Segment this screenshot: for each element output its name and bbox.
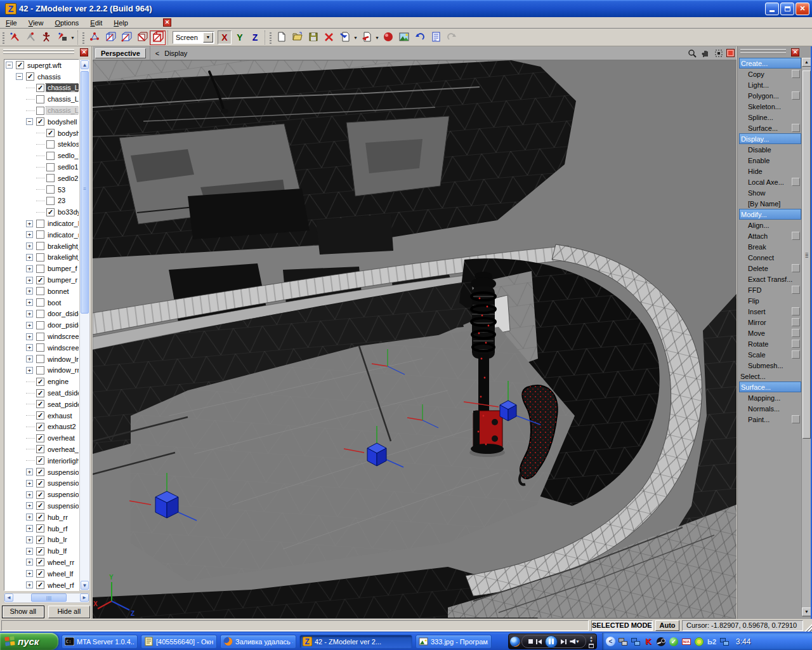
- tree-item-label[interactable]: sedlo2: [56, 175, 79, 182]
- tree-item-label[interactable]: bumper_r: [46, 276, 79, 284]
- tree-item-label[interactable]: hub_lf: [46, 547, 68, 555]
- command-scale[interactable]: Scale: [739, 349, 801, 360]
- view-mode-button[interactable]: Perspective: [95, 48, 146, 58]
- expand-icon[interactable]: +: [26, 491, 33, 498]
- expand-icon[interactable]: +: [26, 265, 33, 272]
- tree-item-supergt.wft[interactable]: −✓supergt.wft: [4, 60, 79, 71]
- visibility-checkbox[interactable]: ✓: [36, 479, 44, 488]
- hide-all-button[interactable]: Hide all: [48, 606, 91, 618]
- axis-z-button[interactable]: Z: [248, 30, 262, 44]
- command-options-box[interactable]: [792, 318, 800, 326]
- tree-item-label[interactable]: sedlo_r: [56, 152, 79, 159]
- menubar-close-icon[interactable]: ✕: [163, 18, 171, 27]
- tree-item-label[interactable]: bodysh: [56, 129, 79, 137]
- tree-item-label[interactable]: windscreen: [46, 333, 79, 340]
- tree-item-windscreen[interactable]: +windscreen: [4, 342, 79, 354]
- collapse-icon[interactable]: −: [16, 73, 23, 80]
- expand-icon[interactable]: +: [26, 570, 33, 577]
- taskbar-task-inactive[interactable]: [405556640] - Окн...: [141, 635, 217, 649]
- tree-item-label[interactable]: suspension: [46, 502, 79, 510]
- visibility-checkbox[interactable]: ✓: [36, 501, 44, 510]
- visibility-checkbox[interactable]: [36, 366, 44, 375]
- visibility-checkbox[interactable]: ✓: [46, 129, 55, 137]
- command-surface[interactable]: Surface...: [739, 381, 801, 392]
- expand-icon[interactable]: +: [26, 220, 33, 227]
- command-options-box[interactable]: [792, 70, 800, 78]
- visibility-checkbox[interactable]: ✓: [36, 423, 44, 431]
- previous-icon[interactable]: [536, 639, 542, 644]
- command-connect[interactable]: Connect: [739, 252, 801, 263]
- tree-item-label[interactable]: steklosp: [56, 140, 79, 148]
- deselect-pin-button[interactable]: [22, 30, 38, 45]
- expand-icon[interactable]: +: [26, 277, 33, 284]
- tree-item-windscreen[interactable]: +windscreen: [4, 331, 79, 342]
- lan-icon[interactable]: [719, 637, 730, 647]
- network-offline-icon[interactable]: [618, 637, 628, 647]
- tree-item-brakelight_[interactable]: +brakelight_: [4, 241, 79, 252]
- scroll-down-icon[interactable]: ▼: [81, 581, 89, 590]
- tree-item-label[interactable]: exhaust: [46, 412, 74, 420]
- tree-item-sedlo1[interactable]: sedlo1: [4, 161, 79, 173]
- command-options-box[interactable]: [792, 178, 800, 186]
- expand-icon[interactable]: +: [26, 525, 33, 532]
- tree-item-23[interactable]: 23: [4, 196, 79, 207]
- material-editor-button[interactable]: [380, 30, 396, 45]
- tree-item-label[interactable]: hub_rr: [46, 514, 69, 521]
- dropdown-arrow-icon[interactable]: ▼: [374, 30, 380, 45]
- command-copy[interactable]: Copy: [739, 69, 801, 79]
- command-align[interactable]: Align...: [739, 220, 801, 230]
- flower-icon[interactable]: [694, 637, 704, 647]
- axis-y-button[interactable]: Y: [233, 30, 247, 44]
- command-submesh[interactable]: Submesh...: [739, 360, 801, 371]
- active-view-indicator[interactable]: [726, 49, 735, 57]
- toolbar-grip[interactable]: [82, 31, 84, 44]
- visibility-checkbox[interactable]: ✓: [36, 468, 44, 476]
- axis-x-button[interactable]: X: [218, 30, 232, 44]
- scrollbar-thumb[interactable]: ≡: [81, 71, 89, 314]
- tree-item-indicator_r[interactable]: +indicator_r: [4, 229, 79, 241]
- command-options-box[interactable]: [792, 264, 800, 272]
- expand-icon[interactable]: +: [26, 322, 33, 329]
- command-surface[interactable]: Surface...: [739, 123, 801, 133]
- taskbar-task-inactive[interactable]: Заливка удалась -...: [220, 635, 296, 649]
- scroll-up-icon[interactable]: ▲: [81, 60, 89, 69]
- visibility-checkbox[interactable]: [36, 220, 44, 228]
- objects-level-button[interactable]: [150, 30, 166, 45]
- taskbar-task-active[interactable]: Z42 - ZModeler ver 2...: [299, 635, 412, 649]
- command-polygon[interactable]: Polygon...: [739, 90, 801, 101]
- command-options-box[interactable]: [792, 340, 800, 348]
- texture-browser-button[interactable]: [396, 30, 412, 45]
- expand-icon[interactable]: +: [26, 536, 33, 543]
- tree-item-exhaust2[interactable]: ✓exhaust2: [4, 421, 79, 433]
- tree-item-brakelight_[interactable]: +brakelight_: [4, 252, 79, 263]
- tree-item-label[interactable]: overheat_: [46, 446, 79, 453]
- toolbar-grip[interactable]: [270, 31, 272, 44]
- tree-item-steklosp[interactable]: steklosp: [4, 139, 79, 150]
- visibility-checkbox[interactable]: ✓: [36, 411, 44, 420]
- command-move[interactable]: Move: [739, 328, 801, 338]
- tree-item-interiorligh[interactable]: ✓interiorligh: [4, 455, 79, 467]
- tree-item-label[interactable]: indicator_r: [46, 231, 79, 239]
- visibility-checkbox[interactable]: [36, 321, 44, 329]
- close-panel-icon[interactable]: ✕: [791, 48, 799, 56]
- taskbar-task-inactive[interactable]: C:MTA Server 1.0.4....: [62, 635, 138, 649]
- vertices-level-button[interactable]: [86, 30, 102, 45]
- tree-item-label[interactable]: suspension: [46, 468, 79, 476]
- tree-item-label[interactable]: chassis_L2: [46, 107, 79, 114]
- visibility-checkbox[interactable]: ✓: [36, 569, 44, 578]
- tree-item-label[interactable]: brakelight_: [46, 253, 79, 261]
- animation-figure-button[interactable]: [38, 30, 54, 45]
- command-display[interactable]: Display...: [739, 133, 801, 144]
- panel-drag-grip[interactable]: [740, 49, 786, 55]
- tree-item-engine[interactable]: ✓engine: [4, 376, 79, 387]
- pan-tool-icon[interactable]: [700, 48, 711, 58]
- tree-item-label[interactable]: bodyshell: [46, 118, 78, 126]
- tree-item-chassis_L1[interactable]: chassis_L1: [4, 93, 79, 105]
- tree-item-label[interactable]: engine: [46, 378, 70, 385]
- command-attach[interactable]: Attach: [739, 230, 801, 241]
- visibility-checkbox[interactable]: ✓: [36, 491, 44, 499]
- tree-item-sedlo_r[interactable]: sedlo_r: [4, 150, 79, 161]
- visibility-checkbox[interactable]: [36, 265, 44, 273]
- expand-icon[interactable]: +: [26, 355, 33, 362]
- expand-icon[interactable]: +: [26, 514, 33, 521]
